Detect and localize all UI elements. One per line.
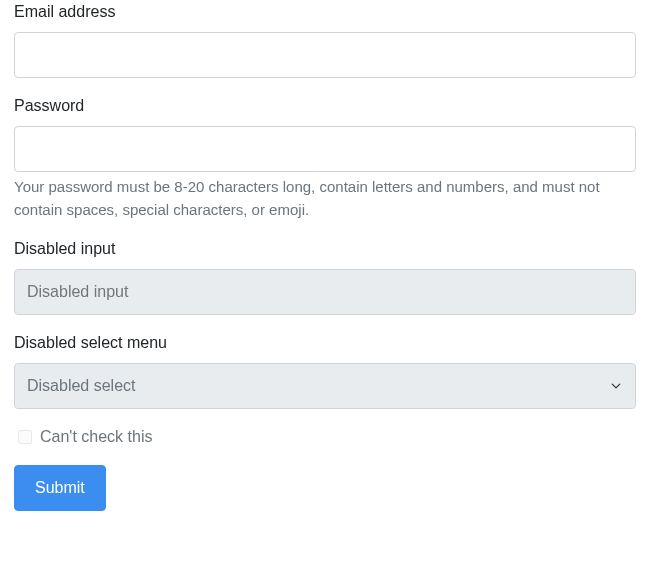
- email-input[interactable]: [14, 32, 636, 78]
- email-label: Email address: [14, 0, 115, 24]
- password-input[interactable]: [14, 126, 636, 172]
- password-help-text: Your password must be 8-20 characters lo…: [14, 176, 636, 221]
- disabled-select-label: Disabled select menu: [14, 331, 167, 355]
- disabled-text-input: [14, 269, 636, 315]
- disabled-checkbox-group: Can't check this: [14, 425, 636, 449]
- disabled-select-group: Disabled select menu Disabled select: [14, 331, 636, 409]
- password-label: Password: [14, 94, 84, 118]
- email-group: Email address: [14, 0, 636, 78]
- disabled-checkbox: [18, 430, 32, 444]
- disabled-checkbox-label: Can't check this: [40, 425, 152, 449]
- password-group: Password Your password must be 8-20 char…: [14, 94, 636, 221]
- example-form: Email address Password Your password mus…: [14, 0, 636, 511]
- submit-button[interactable]: Submit: [14, 465, 106, 511]
- disabled-select: Disabled select: [14, 363, 636, 409]
- disabled-input-group: Disabled input: [14, 237, 636, 315]
- disabled-input-label: Disabled input: [14, 237, 115, 261]
